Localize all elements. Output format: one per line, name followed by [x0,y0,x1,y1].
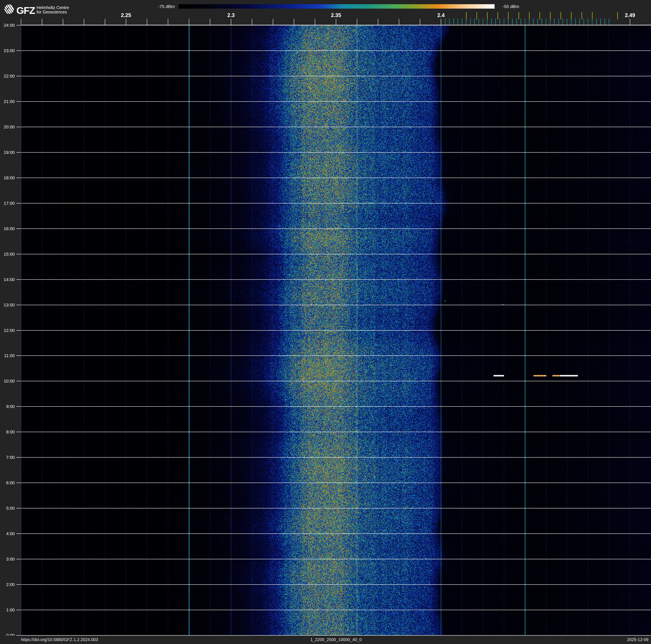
hour-tick [17,254,21,254]
hour-gridline [21,76,651,76]
colorbar [179,4,495,9]
ble-channel-tick [478,19,479,25]
ble-channel-tick [495,19,496,25]
ble-channel-tick [470,19,471,25]
hour-tick [17,406,21,407]
hour-label: 14:00 [0,277,15,282]
hour-label: 21:00 [0,99,15,104]
footer-bar: https://doi.org/10.5880/GFZ.1.2.2024.003… [0,636,651,644]
hour-gridline [21,457,651,458]
freq-major-tick [315,19,315,25]
hour-tick [17,305,21,305]
colorbar-max-label: -55 dBm [502,4,519,9]
hour-label: 1:00 [0,608,15,612]
rf-speck [444,300,445,301]
freq-major-tick [126,19,126,25]
rf-speck [502,304,503,305]
freq-major-tick [168,19,168,25]
hour-label: 7:00 [0,455,15,460]
wifi-channel-tick [519,12,519,19]
hour-gridline [21,533,651,534]
doi-text: https://doi.org/10.5880/GFZ.1.2.2024.003 [21,637,98,642]
freq-major-tick [105,19,105,25]
wifi-channel-tick [571,12,571,19]
hour-label: 12:00 [0,328,15,333]
rf-burst-segment [552,375,560,376]
hour-label: 17:00 [0,201,15,206]
wifi-channel-tick [466,12,467,19]
hour-gridline [21,254,651,254]
ble-channel-tick [529,19,529,25]
hour-tick [17,279,21,280]
hour-gridline [21,305,651,305]
hour-tick [17,508,21,508]
hour-gridline [21,610,651,610]
hour-gridline [21,279,651,280]
hour-label: 15:00 [0,252,15,257]
ble-channel-tick [554,19,555,25]
hour-tick [17,432,21,432]
hour-label: 8:00 [0,430,15,435]
ble-channel-tick [483,19,483,25]
hour-gridline [21,559,651,559]
freq-tick-label: 2.3 [218,12,244,18]
filename-text: 1_2200_2500_10000_40_0 [310,637,362,642]
ble-channel-tick [491,19,492,25]
rf-burst-segment [533,375,547,376]
rf-burst-segment [560,375,578,376]
freq-major-tick [189,19,189,25]
hour-label: 11:00 [0,353,15,358]
hour-tick [17,178,21,178]
hour-label: 16:00 [0,226,15,231]
hour-gridline [21,152,651,153]
freq-major-tick [42,19,42,25]
ble-channel-tick [462,19,462,25]
wifi-channel-tick [529,12,530,19]
hour-label: 13:00 [0,302,15,308]
hour-tick [17,51,21,51]
ble-channel-tick [504,19,504,25]
hour-label: 19:00 [0,150,15,155]
freq-major-tick [21,19,21,25]
freq-major-tick [63,19,63,25]
hour-tick [17,76,21,76]
hour-gridline [21,381,651,381]
ble-channel-tick [604,19,605,25]
hour-label: 18:00 [0,175,15,180]
wifi-channel-tick [582,12,582,19]
hour-label: 6:00 [0,480,15,485]
hour-gridline [21,51,651,51]
logo-subtitle: Helmholtz Centre for Geosciences [36,5,69,14]
ble-channel-tick [584,19,584,25]
ble-channel-tick [466,19,466,25]
hour-label: 20:00 [0,124,15,129]
ble-channel-tick [550,19,550,25]
ble-channel-tick [533,19,534,25]
hour-gridline [21,508,651,508]
freq-tick-label: 2.25 [114,12,138,18]
ble-channel-tick [517,19,517,25]
logo-subtitle-line1: Helmholtz Centre [36,5,69,10]
freq-major-tick [231,19,231,25]
ble-channel-tick [500,19,500,25]
hour-gridline [21,482,651,483]
hour-label: 24:00 [0,23,15,28]
hour-tick [17,127,21,127]
ble-channel-tick [558,19,559,25]
freq-major-tick [84,19,84,25]
ble-channel-tick [596,19,597,25]
date-text: 2025-12-09 [627,637,649,642]
freq-tick-label: 2.49 [617,12,643,18]
ble-channel-tick [458,19,458,25]
ble-channel-tick [588,19,588,25]
hour-label: 10:00 [0,379,15,384]
wifi-channel-tick [497,12,498,19]
ble-channel-tick [474,19,475,25]
hour-label: 5:00 [0,506,15,511]
hour-tick [17,152,21,153]
gfz-logo-icon [4,4,14,14]
wifi-channel-tick [560,12,561,19]
wifi-channel-tick [539,12,540,19]
ble-channel-tick [563,19,563,25]
freq-major-tick [630,19,630,25]
